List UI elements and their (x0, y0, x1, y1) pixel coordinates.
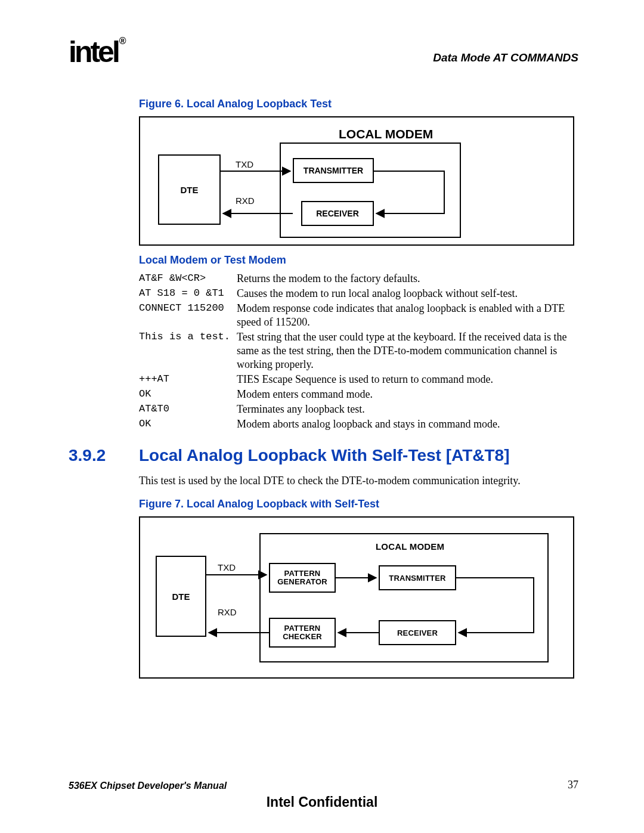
cmd-code: AT S18 = 0 &T1 (139, 286, 237, 301)
pattern-generator-box: PATTERN GENERATOR (269, 563, 336, 593)
registered-mark: ® (119, 36, 124, 46)
cmd-code: CONNECT 115200 (139, 301, 237, 330)
transmitter-box: TRANSMITTER (293, 158, 374, 183)
footer-confidential: Intel Confidential (0, 794, 644, 810)
intel-logo: intel® (69, 35, 123, 69)
command-table: AT&F &W<CR>Returns the modem to the fact… (139, 271, 578, 432)
figure6: LOCAL MODEM DTE TXD RXD TRANSMITTER RECE… (139, 116, 574, 246)
table-row: AT&T0Terminates any loopback test. (139, 402, 578, 417)
page-header-title: Data Mode AT COMMANDS (433, 51, 578, 64)
pattern-checker-box: PATTERN CHECKER (269, 618, 336, 648)
txd-label: TXD (236, 159, 253, 169)
cmd-code: AT&F &W<CR> (139, 271, 237, 286)
cmd-code: This is a test. (139, 330, 237, 372)
footer-manual-title: 536EX Chipset Developer's Manual (69, 781, 227, 791)
figure7-caption: Figure 7. Local Analog Loopback with Sel… (139, 498, 578, 510)
dte-box: DTE (158, 154, 221, 225)
cmd-code: OK (139, 417, 237, 432)
table-row: AT S18 = 0 &T1Causes the modem to run lo… (139, 286, 578, 301)
txd-label: TXD (218, 562, 236, 572)
table-row: This is a test.Test string that the user… (139, 330, 578, 372)
cmd-desc: Modem response code indicates that analo… (237, 301, 578, 330)
cmd-code: AT&T0 (139, 402, 237, 417)
section-number: 3.9.2 (69, 446, 106, 465)
cmd-desc: Causes the modem to run local analog loo… (237, 286, 578, 301)
table-row: CONNECT 115200Modem response code indica… (139, 301, 578, 330)
receiver-box: RECEIVER (379, 620, 456, 645)
section-paragraph: This test is used by the local DTE to ch… (139, 475, 578, 487)
figure6-caption: Figure 6. Local Analog Loopback Test (139, 98, 578, 110)
local-modem-title: LOCAL MODEM (339, 127, 433, 141)
cmd-desc: Modem aborts analog loopback and stays i… (237, 417, 578, 432)
cmd-desc: Modem enters command mode. (237, 387, 578, 402)
cmd-desc: Terminates any loopback test. (237, 402, 578, 417)
local-modem-subhead: Local Modem or Test Modem (139, 254, 578, 267)
table-row: OKModem aborts analog loopback and stays… (139, 417, 578, 432)
transmitter-box: TRANSMITTER (379, 565, 456, 590)
table-row: +++ATTIES Escape Sequence is used to ret… (139, 372, 578, 387)
footer-page-number: 37 (568, 779, 578, 791)
section-title: Local Analog Loopback With Self-Test [AT… (139, 446, 509, 465)
cmd-code: +++AT (139, 372, 237, 387)
figure7: LOCAL MODEM DTE TXD RXD PATTERN GENERATO… (139, 516, 574, 679)
local-modem-title: LOCAL MODEM (376, 541, 444, 552)
cmd-desc: Test string that the user could type at … (237, 330, 578, 372)
cmd-desc: TIES Escape Sequence is used to return t… (237, 372, 578, 387)
cmd-desc: Returns the modem to the factory default… (237, 271, 578, 286)
table-row: AT&F &W<CR>Returns the modem to the fact… (139, 271, 578, 286)
rxd-label: RXD (218, 607, 237, 617)
cmd-code: OK (139, 387, 237, 402)
receiver-box: RECEIVER (301, 201, 374, 226)
rxd-label: RXD (236, 196, 255, 206)
dte-box: DTE (156, 556, 206, 637)
table-row: OKModem enters command mode. (139, 387, 578, 402)
